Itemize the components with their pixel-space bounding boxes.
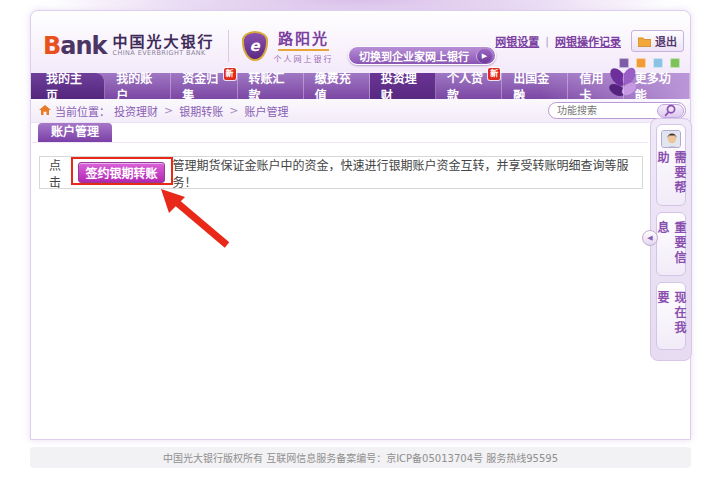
breadcrumb-item-investment: 投资理财	[114, 103, 158, 119]
main-navigation: 我的主页 我的账户 资金归集新 转账汇款 缴费充值 投资理财 个人贷款新 出国金…	[31, 73, 690, 99]
breadcrumb: 当前位置： 投资理财 > 银期转账 > 账户管理	[39, 103, 288, 119]
copyright-text: 中国光大银行版权所有 互联网信息服务备案编号：京ICP备05013704号 服务…	[163, 450, 558, 465]
e-shield-icon: e	[242, 31, 268, 61]
prompt-description: 管理期货保证金账户中的资金，快速进行银期账户资金互转，并享受转账明细查询等服务！	[173, 156, 642, 190]
tab-underline	[32, 142, 648, 143]
tab-account-management[interactable]: 账户管理	[38, 123, 112, 142]
theme-square-blue[interactable]	[653, 58, 663, 68]
nav-tab-credit-card[interactable]: 信用卡	[568, 73, 623, 99]
header-quick-links: 网银设置 | 网银操作记录 退出	[495, 30, 684, 52]
ebank-settings-link[interactable]: 网银设置	[495, 33, 539, 49]
nav-tab-fund-collection[interactable]: 资金归集新	[171, 73, 237, 99]
header: Bank 中国光大银行 CHINA EVERBRIGHT BANK e 路阳光 …	[31, 11, 690, 73]
search-button[interactable]	[657, 104, 684, 118]
ebank-operation-log-link[interactable]: 网银操作记录	[555, 33, 621, 49]
now-i-want-button[interactable]: 现在我要	[656, 282, 686, 350]
nav-tab-more-functions[interactable]: 更多功能	[624, 73, 690, 99]
header-divider	[228, 30, 229, 62]
click-prefix-text: 点击	[49, 156, 72, 190]
sunshine-brand-badge: e 路阳光 个人网上银行	[242, 27, 334, 64]
nav-tab-bill-payment[interactable]: 缴费充值	[304, 73, 370, 99]
page: Bank 中国光大银行 CHINA EVERBRIGHT BANK e 路阳光 …	[0, 0, 720, 484]
important-info-button[interactable]: 重要信息	[656, 212, 686, 276]
new-badge: 新	[488, 68, 500, 80]
chevron-left-icon: ◀	[647, 234, 652, 242]
new-badge: 新	[224, 68, 236, 80]
nav-tab-home[interactable]: 我的主页	[31, 73, 105, 99]
play-arrow-icon: ▶	[476, 49, 492, 63]
logo-letter-b: B	[43, 32, 60, 60]
switch-to-corporate-banking-button[interactable]: 切换到企业家网上银行 ▶	[348, 46, 496, 65]
footer: 中国光大银行版权所有 互联网信息服务备案编号：京ICP备05013704号 服务…	[30, 447, 691, 468]
annotation-arrow-icon	[161, 189, 235, 251]
search-icon	[664, 104, 677, 117]
breadcrumb-item-bank-futures-transfer: 银期转账	[179, 103, 223, 119]
banking-window: Bank 中国光大银行 CHINA EVERBRIGHT BANK e 路阳光 …	[30, 10, 691, 440]
breadcrumb-label: 当前位置：	[55, 103, 110, 119]
nav-tabs: 我的主页 我的账户 资金归集新 转账汇款 缴费充值 投资理财 个人贷款新 出国金…	[31, 73, 690, 99]
bank-name-en: CHINA EVERBRIGHT BANK	[113, 50, 215, 57]
breadcrumb-item-account-management: 账户管理	[244, 103, 288, 119]
signup-prompt-box: 点击 签约银期转账 管理期货保证金账户中的资金，快速进行银期账户资金互转，并享受…	[39, 156, 643, 189]
nav-tab-my-accounts[interactable]: 我的账户	[105, 73, 171, 99]
brand-subtitle: 个人网上银行	[274, 53, 334, 64]
brand-name: 路阳光	[278, 27, 329, 51]
sign-bank-futures-transfer-button[interactable]: 签约银期转账	[78, 162, 164, 183]
function-search	[548, 102, 686, 119]
breadcrumb-row: 当前位置： 投资理财 > 银期转账 > 账户管理	[31, 99, 690, 123]
bank-name-cn: 中国光大银行	[113, 34, 215, 51]
nav-tab-transfer-remittance[interactable]: 转账汇款	[238, 73, 304, 99]
sidebar-collapse-button[interactable]: ◀	[642, 230, 658, 246]
search-input[interactable]	[557, 105, 653, 116]
service-agent-avatar	[661, 130, 681, 148]
bank-logotype: Bank	[43, 32, 107, 60]
bank-logo: Bank 中国光大银行 CHINA EVERBRIGHT BANK	[43, 32, 215, 60]
need-help-button[interactable]: 需要帮助	[656, 124, 686, 206]
nav-tab-personal-loan[interactable]: 个人贷款新	[436, 73, 502, 99]
theme-square-green[interactable]	[670, 58, 680, 68]
help-sidebar: 需要帮助 重要信息 现在我要 ◀	[650, 118, 692, 361]
home-icon	[39, 105, 51, 116]
header-left: Bank 中国光大银行 CHINA EVERBRIGHT BANK e 路阳光 …	[43, 27, 334, 64]
nav-tab-investment[interactable]: 投资理财	[370, 73, 436, 99]
logout-button[interactable]: 退出	[631, 30, 684, 52]
logout-folder-icon	[638, 36, 651, 47]
nav-tab-overseas-finance[interactable]: 出国金融	[502, 73, 568, 99]
